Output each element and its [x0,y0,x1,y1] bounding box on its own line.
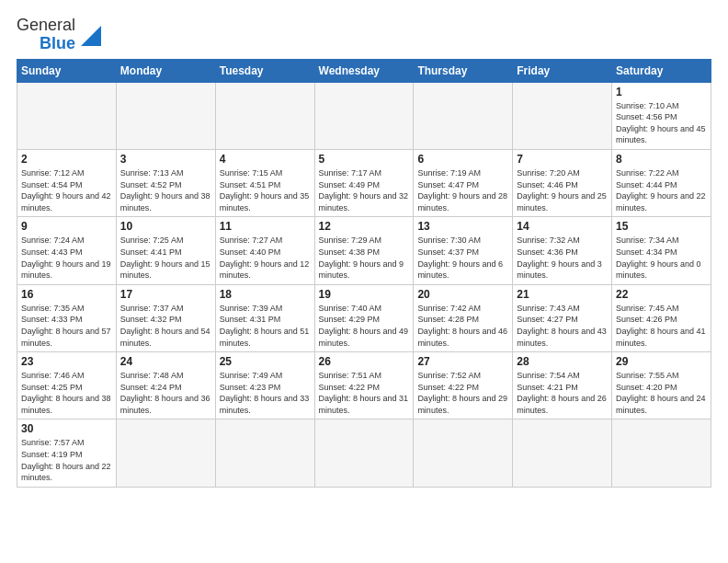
day-number: 13 [417,220,508,233]
calendar-cell: 1Sunrise: 7:10 AM Sunset: 4:56 PM Daylig… [612,82,711,149]
day-info: Sunrise: 7:19 AM Sunset: 4:47 PM Dayligh… [417,167,508,213]
calendar-cell [612,419,711,487]
weekday-header-saturday: Saturday [612,59,711,82]
day-number: 3 [120,153,211,166]
day-info: Sunrise: 7:52 AM Sunset: 4:22 PM Dayligh… [417,370,508,416]
day-info: Sunrise: 7:45 AM Sunset: 4:26 PM Dayligh… [616,303,707,349]
day-info: Sunrise: 7:17 AM Sunset: 4:49 PM Dayligh… [319,167,410,213]
calendar-cell [414,419,513,487]
day-number: 4 [220,153,311,166]
day-number: 12 [319,220,410,233]
calendar-cell: 25Sunrise: 7:49 AM Sunset: 4:23 PM Dayli… [215,352,314,419]
calendar-cell: 12Sunrise: 7:29 AM Sunset: 4:38 PM Dayli… [314,217,414,284]
day-info: Sunrise: 7:35 AM Sunset: 4:33 PM Dayligh… [21,303,112,349]
day-info: Sunrise: 7:30 AM Sunset: 4:37 PM Dayligh… [417,235,508,281]
calendar-cell: 13Sunrise: 7:30 AM Sunset: 4:37 PM Dayli… [414,217,513,284]
calendar-cell: 9Sunrise: 7:24 AM Sunset: 4:43 PM Daylig… [17,217,117,284]
calendar-table: SundayMondayTuesdayWednesdayThursdayFrid… [17,59,711,488]
logo: General Blue [17,17,101,53]
calendar-cell [17,82,117,149]
day-number: 8 [616,153,707,166]
calendar-cell: 21Sunrise: 7:43 AM Sunset: 4:27 PM Dayli… [513,284,612,351]
page: General Blue SundayMondayTuesdayWednesda… [0,0,728,563]
day-number: 26 [319,355,410,368]
weekday-header-monday: Monday [116,59,215,82]
calendar-cell: 29Sunrise: 7:55 AM Sunset: 4:20 PM Dayli… [612,352,711,419]
calendar-week-3: 9Sunrise: 7:24 AM Sunset: 4:43 PM Daylig… [17,217,711,284]
day-info: Sunrise: 7:57 AM Sunset: 4:19 PM Dayligh… [21,437,112,483]
weekday-header-tuesday: Tuesday [215,59,314,82]
calendar-week-5: 23Sunrise: 7:46 AM Sunset: 4:25 PM Dayli… [17,352,711,419]
calendar-cell: 26Sunrise: 7:51 AM Sunset: 4:22 PM Dayli… [314,352,414,419]
day-info: Sunrise: 7:42 AM Sunset: 4:28 PM Dayligh… [417,303,508,349]
day-number: 9 [21,220,112,233]
day-number: 25 [220,355,311,368]
day-info: Sunrise: 7:51 AM Sunset: 4:22 PM Dayligh… [319,370,410,416]
calendar-week-6: 30Sunrise: 7:57 AM Sunset: 4:19 PM Dayli… [17,419,711,487]
day-number: 28 [517,355,608,368]
calendar-cell [215,419,314,487]
calendar-cell [513,82,612,149]
day-info: Sunrise: 7:10 AM Sunset: 4:56 PM Dayligh… [616,100,707,146]
day-number: 10 [120,220,211,233]
day-info: Sunrise: 7:15 AM Sunset: 4:51 PM Dayligh… [220,167,311,213]
calendar-cell: 22Sunrise: 7:45 AM Sunset: 4:26 PM Dayli… [612,284,711,351]
day-number: 29 [616,355,707,368]
day-info: Sunrise: 7:54 AM Sunset: 4:21 PM Dayligh… [517,370,608,416]
day-info: Sunrise: 7:48 AM Sunset: 4:24 PM Dayligh… [120,370,211,416]
header: General Blue [17,17,711,53]
calendar-cell: 20Sunrise: 7:42 AM Sunset: 4:28 PM Dayli… [414,284,513,351]
day-number: 11 [220,220,311,233]
day-number: 24 [120,355,211,368]
day-number: 18 [220,288,311,301]
calendar-cell: 27Sunrise: 7:52 AM Sunset: 4:22 PM Dayli… [414,352,513,419]
weekday-header-thursday: Thursday [414,59,513,82]
day-info: Sunrise: 7:24 AM Sunset: 4:43 PM Dayligh… [21,235,112,281]
calendar-cell: 14Sunrise: 7:32 AM Sunset: 4:36 PM Dayli… [513,217,612,284]
calendar-cell: 2Sunrise: 7:12 AM Sunset: 4:54 PM Daylig… [17,149,117,216]
day-number: 15 [616,220,707,233]
day-info: Sunrise: 7:49 AM Sunset: 4:23 PM Dayligh… [220,370,311,416]
calendar-cell: 18Sunrise: 7:39 AM Sunset: 4:31 PM Dayli… [215,284,314,351]
calendar-cell: 30Sunrise: 7:57 AM Sunset: 4:19 PM Dayli… [17,419,117,487]
day-info: Sunrise: 7:39 AM Sunset: 4:31 PM Dayligh… [220,303,311,349]
day-info: Sunrise: 7:55 AM Sunset: 4:20 PM Dayligh… [616,370,707,416]
calendar-week-2: 2Sunrise: 7:12 AM Sunset: 4:54 PM Daylig… [17,149,711,216]
weekday-header-wednesday: Wednesday [314,59,414,82]
day-number: 23 [21,355,112,368]
calendar-cell [116,82,215,149]
day-number: 5 [319,153,410,166]
calendar-cell: 28Sunrise: 7:54 AM Sunset: 4:21 PM Dayli… [513,352,612,419]
day-info: Sunrise: 7:37 AM Sunset: 4:32 PM Dayligh… [120,303,211,349]
day-info: Sunrise: 7:34 AM Sunset: 4:34 PM Dayligh… [616,235,707,281]
calendar-cell: 24Sunrise: 7:48 AM Sunset: 4:24 PM Dayli… [116,352,215,419]
day-info: Sunrise: 7:25 AM Sunset: 4:41 PM Dayligh… [120,235,211,281]
calendar-cell: 15Sunrise: 7:34 AM Sunset: 4:34 PM Dayli… [612,217,711,284]
weekday-header-sunday: Sunday [17,59,117,82]
calendar-cell: 11Sunrise: 7:27 AM Sunset: 4:40 PM Dayli… [215,217,314,284]
calendar-cell: 6Sunrise: 7:19 AM Sunset: 4:47 PM Daylig… [414,149,513,216]
weekday-header-row: SundayMondayTuesdayWednesdayThursdayFrid… [17,59,711,82]
day-number: 22 [616,288,707,301]
calendar-cell: 4Sunrise: 7:15 AM Sunset: 4:51 PM Daylig… [215,149,314,216]
day-info: Sunrise: 7:20 AM Sunset: 4:46 PM Dayligh… [517,167,608,213]
calendar-cell [513,419,612,487]
day-info: Sunrise: 7:12 AM Sunset: 4:54 PM Dayligh… [21,167,112,213]
calendar-cell: 10Sunrise: 7:25 AM Sunset: 4:41 PM Dayli… [116,217,215,284]
day-number: 14 [517,220,608,233]
calendar-cell [414,82,513,149]
day-number: 6 [417,153,508,166]
calendar-week-4: 16Sunrise: 7:35 AM Sunset: 4:33 PM Dayli… [17,284,711,351]
calendar-cell: 23Sunrise: 7:46 AM Sunset: 4:25 PM Dayli… [17,352,117,419]
day-number: 16 [21,288,112,301]
day-number: 1 [616,86,707,98]
day-number: 7 [517,153,608,166]
day-info: Sunrise: 7:32 AM Sunset: 4:36 PM Dayligh… [517,235,608,281]
calendar-cell: 7Sunrise: 7:20 AM Sunset: 4:46 PM Daylig… [513,149,612,216]
calendar-cell: 5Sunrise: 7:17 AM Sunset: 4:49 PM Daylig… [314,149,414,216]
calendar-cell: 8Sunrise: 7:22 AM Sunset: 4:44 PM Daylig… [612,149,711,216]
day-number: 17 [120,288,211,301]
day-info: Sunrise: 7:22 AM Sunset: 4:44 PM Dayligh… [616,167,707,213]
calendar-cell: 17Sunrise: 7:37 AM Sunset: 4:32 PM Dayli… [116,284,215,351]
calendar-cell: 3Sunrise: 7:13 AM Sunset: 4:52 PM Daylig… [116,149,215,216]
